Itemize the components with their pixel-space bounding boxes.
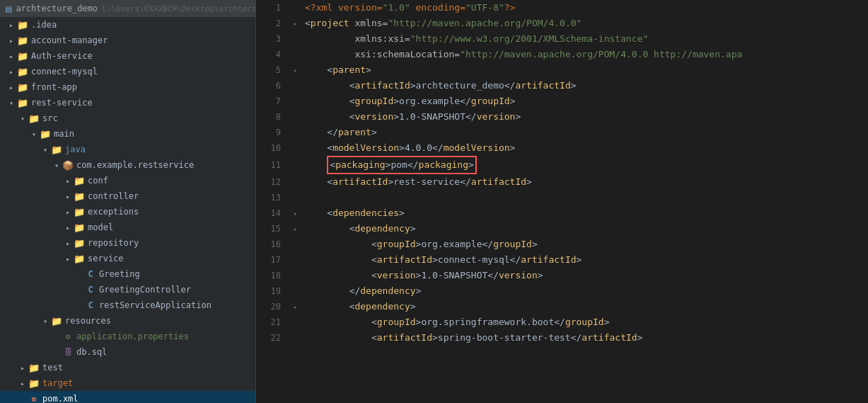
file-tree-sidebar[interactable]: ▤ archtecture_demo C:\Users\EXXXBCH\Desk… [0,0,256,403]
expand-arrow [40,146,51,154]
tree-item-greeting[interactable]: C Greeting [0,266,255,282]
tree-item-front-app[interactable]: 📁 front-app [0,79,255,95]
line-gutter [288,31,302,47]
tree-item-db-sql[interactable]: 🗄 db.sql [0,344,255,360]
properties-icon: ⚙ [62,332,74,341]
line-gutter [288,0,302,16]
folder-icon: 📁 [51,144,62,155]
item-label: rest-service [31,98,93,108]
code-line-16: 16 <groupId>org.example</groupId> [256,237,868,252]
line-gutter [288,140,302,156]
code-line-4: 4 xsi:schemaLocation="http://maven.apach… [256,47,868,62]
code-line-21: 21 <groupId>org.springframework.boot</gr… [256,314,868,330]
item-label: application.properties [76,331,189,341]
line-gutter [288,330,302,346]
line-content: <groupId>org.example</groupId> [302,237,868,252]
folder-icon: 📁 [17,20,28,30]
tree-item-main[interactable]: 📁 main [0,126,255,142]
code-line-13: 13 [256,190,868,205]
item-label: restServiceApplication [99,300,212,310]
tree-item-conf[interactable]: 📁 conf [0,173,255,188]
code-line-20: 20 ▾ <dependency> [256,299,868,314]
item-label: GreetingController [99,285,191,295]
tree-item-pom-xml[interactable]: m pom.xml [0,391,255,403]
line-number: 5 [256,62,288,78]
code-line-22: 22 <artifactId>spring-boot-starter-test<… [256,330,868,346]
folder-icon: 📁 [17,67,28,77]
line-number: 10 [256,140,288,156]
code-line-2: 2 ▾ <project xmlns="http://maven.apache.… [256,16,868,31]
code-line-15: 15 ▾ <dependency> [256,221,868,237]
expand-arrow [6,52,17,60]
line-content: <modelVersion>4.0.0</modelVersion> [302,140,868,156]
folder-icon: 📁 [74,254,85,264]
tree-item-connect-mysql[interactable]: 📁 connect-mysql [0,64,255,79]
line-gutter [288,283,302,299]
code-editor: 1 <?xml version="1.0" encoding="UTF-8"?>… [256,0,868,403]
tree-item-application-properties[interactable]: ⚙ application.properties [0,329,255,344]
tree-item-rest-service-application[interactable]: C restServiceApplication [0,297,255,313]
line-content: </parent> [302,125,868,140]
line-number: 21 [256,314,288,330]
line-gutter [288,47,302,62]
line-content: </dependency> [302,283,868,299]
tree-item-target[interactable]: 📁 target [0,375,255,391]
tree-item-src[interactable]: 📁 src [0,110,255,126]
tree-item-account-manager[interactable]: 📁 account-manager [0,33,255,48]
tree-item-java[interactable]: 📁 java [0,142,255,157]
line-content: <dependency> [302,299,868,314]
line-number: 19 [256,283,288,299]
code-line-6: 6 <artifactId>archtecture_demo</artifact… [256,78,868,93]
expand-arrow [6,68,17,76]
tree-item-exceptions[interactable]: 📁 exceptions [0,204,255,220]
item-label: pom.xml [42,394,79,403]
item-label: exceptions [88,207,139,217]
item-label: connect-mysql [31,67,98,76]
folder-icon: 📁 [74,176,85,186]
line-gutter [288,156,302,174]
expand-arrow [6,37,17,45]
expand-arrow [17,380,28,387]
folder-icon: 📁 [17,98,28,108]
code-line-11: 11 <packaging>pom</packaging> [256,156,868,174]
line-gutter: ▾ [288,16,302,31]
tree-item-auth-service[interactable]: 📁 Auth-service [0,48,255,64]
line-gutter [288,190,302,205]
line-number: 3 [256,31,288,47]
tree-item-controller[interactable]: 📁 controller [0,188,255,204]
folder-icon: 📁 [17,82,28,93]
item-label: service [88,254,124,263]
project-icon: ▤ [6,3,11,14]
line-content: <groupId>org.example</groupId> [302,93,868,109]
tree-item-resources[interactable]: 📁 resources [0,313,255,329]
tree-item-package[interactable]: 📦 com.example.restservice [0,157,255,173]
class-icon: C [85,300,96,310]
folder-icon: 📁 [17,35,28,46]
code-line-5: 5 ▾ <parent> [256,62,868,78]
tree-item-rest-service[interactable]: 📁 rest-service [0,95,255,110]
tree-item-idea[interactable]: 📁 .idea [0,17,255,33]
item-label: java [65,144,86,154]
folder-icon: 📁 [74,222,85,233]
expand-arrow [6,99,17,107]
item-label: main [54,129,74,139]
tree-item-model[interactable]: 📁 model [0,220,255,235]
line-gutter [288,252,302,268]
line-number: 22 [256,330,288,346]
tree-item-repository[interactable]: 📁 repository [0,235,255,251]
line-number: 14 [256,205,288,221]
line-content: <dependency> [302,221,868,237]
line-gutter: ▾ [288,205,302,221]
tree-item-greeting-controller[interactable]: C GreetingController [0,282,255,297]
item-label: test [42,363,63,373]
line-number: 9 [256,125,288,140]
item-label: target [42,378,73,388]
code-line-3: 3 xmlns:xsi="http://www.w3.org/2001/XMLS… [256,31,868,47]
expand-arrow [6,21,17,29]
tree-item-service[interactable]: 📁 service [0,251,255,266]
line-gutter [288,314,302,330]
tree-item-test[interactable]: 📁 test [0,360,255,375]
line-number: 15 [256,221,288,237]
item-label: account-manager [31,35,108,45]
expand-arrow [6,84,17,91]
